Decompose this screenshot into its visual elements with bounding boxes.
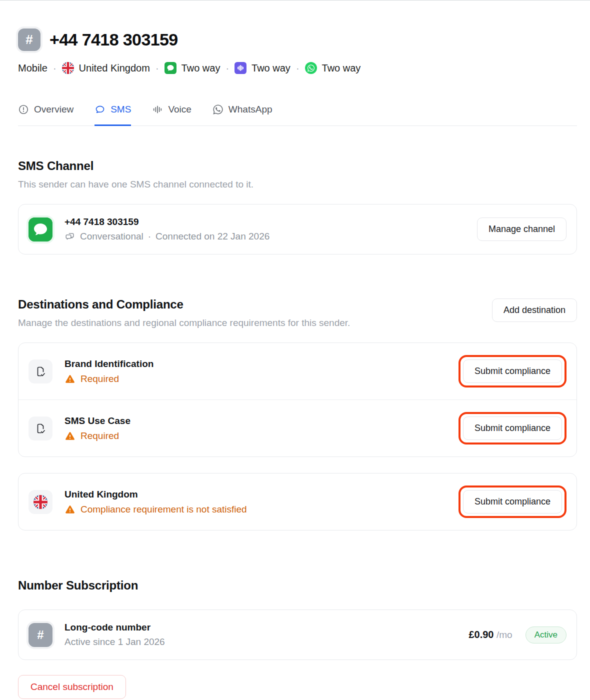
subscription-active-since: Active since 1 Jan 2026 (64, 636, 165, 648)
status-badge: Active (526, 626, 566, 644)
uk-flag-icon (34, 495, 48, 509)
meta-separator: · (226, 62, 229, 74)
sms-capability-label: Two way (182, 62, 220, 74)
sms-channel-row: +44 7418 303159 Conversational · Connect… (18, 204, 576, 254)
uk-flag-icon (62, 62, 74, 74)
compliance-row-title: Brand Identification (64, 358, 154, 370)
destinations-heading: Destinations and Compliance (18, 298, 350, 312)
destination-status-label: Compliance requirement is not satisfied (80, 504, 247, 515)
compliance-requirements-card: Brand Identification Required Submit com… (18, 342, 577, 457)
tab-whatsapp[interactable]: WhatsApp (212, 104, 272, 126)
subscription-title: Long-code number (64, 622, 165, 633)
compliance-status-label: Required (80, 430, 119, 442)
channel-tabs: Overview SMS Voice WhatsApp (18, 104, 577, 126)
tab-overview[interactable]: Overview (18, 104, 74, 126)
destination-row-united-kingdom: United Kingdom Compliance requirement is… (18, 474, 576, 530)
compliance-status-label: Required (80, 374, 119, 384)
voice-capability-meta: Two way (234, 62, 290, 74)
country-meta: United Kingdom (62, 62, 150, 74)
add-destination-button[interactable]: Add destination (492, 298, 577, 322)
tab-whatsapp-label: WhatsApp (228, 104, 272, 115)
submit-compliance-button-brand[interactable]: Submit compliance (463, 360, 562, 383)
compliance-row-brand-identification: Brand Identification Required Submit com… (18, 343, 576, 400)
tab-voice[interactable]: Voice (152, 104, 191, 126)
compliance-row-sms-use-case: SMS Use Case Required Submit compliance (18, 400, 576, 456)
whatsapp-outline-icon (212, 104, 224, 115)
price-amount: £0.90 (468, 629, 494, 640)
price-period: /mo (496, 630, 512, 640)
channel-separator: · (148, 231, 151, 242)
warning-icon (64, 430, 76, 442)
meta-separator: · (53, 62, 56, 74)
voice-capability-label: Two way (252, 62, 290, 74)
number-subscription-section: Number Subscription # Long-code number A… (18, 578, 577, 699)
whatsapp-icon (305, 62, 317, 74)
destination-title: United Kingdom (64, 489, 247, 500)
sms-channel-app-icon (28, 218, 52, 242)
cancel-subscription-button[interactable]: Cancel subscription (18, 675, 126, 699)
voice-app-icon (234, 62, 246, 74)
sms-app-icon (164, 62, 176, 74)
waveform-icon (152, 104, 163, 115)
submit-compliance-button-use-case[interactable]: Submit compliance (463, 416, 562, 440)
warning-icon (64, 374, 76, 384)
tab-sms-label: SMS (110, 104, 131, 115)
destination-status: Compliance requirement is not satisfied (64, 504, 247, 515)
hash-number-icon: # (18, 28, 40, 51)
submit-compliance-button-uk[interactable]: Submit compliance (463, 490, 562, 514)
highlight-annotation-ring: Submit compliance (458, 486, 566, 518)
subscription-price: £0.90 /mo (468, 629, 512, 640)
alert-circle-icon (18, 104, 29, 115)
sms-channel-heading: SMS Channel (18, 159, 577, 173)
tab-sms[interactable]: SMS (94, 104, 131, 126)
channel-number: +44 7418 303159 (64, 216, 270, 228)
whatsapp-capability-label: Two way (322, 62, 361, 74)
page-header: # +44 7418 303159 (18, 28, 577, 51)
sms-channel-section: SMS Channel This sender can have one SMS… (18, 159, 577, 254)
tab-overview-label: Overview (34, 104, 74, 115)
page-title: +44 7418 303159 (50, 30, 178, 50)
tab-voice-label: Voice (168, 104, 191, 115)
country-label: United Kingdom (79, 62, 150, 74)
highlight-annotation-ring: Submit compliance (458, 355, 566, 388)
file-check-icon (28, 416, 52, 440)
number-type-label: Mobile (18, 62, 48, 74)
number-meta-row: Mobile · United Kingdom · Two way (18, 62, 577, 74)
channel-mode: Conversational (80, 231, 144, 242)
subscription-subtitle: Active since 1 Jan 2026 (64, 636, 165, 648)
channel-connected-date: Connected on 22 Jan 2026 (156, 231, 270, 242)
subscription-card: # Long-code number Active since 1 Jan 20… (18, 610, 577, 660)
sms-capability-meta: Two way (164, 62, 220, 74)
hash-number-icon: # (28, 623, 52, 647)
number-detail-page: # +44 7418 303159 Mobile · United Kingdo… (0, 28, 590, 700)
compliance-row-status: Required (64, 430, 130, 442)
subscription-row: # Long-code number Active since 1 Jan 20… (18, 610, 576, 660)
chat-bubble-icon (94, 104, 106, 115)
compliance-row-status: Required (64, 374, 154, 384)
uk-flag-tile (28, 490, 52, 514)
destinations-header: Destinations and Compliance Manage the d… (18, 298, 577, 328)
meta-separator: · (156, 62, 159, 74)
warning-icon (64, 504, 76, 515)
number-subscription-heading: Number Subscription (18, 578, 577, 592)
file-check-icon (28, 360, 52, 384)
sms-channel-card: +44 7418 303159 Conversational · Connect… (18, 204, 577, 254)
conversation-icon (64, 231, 76, 242)
compliance-row-title: SMS Use Case (64, 416, 130, 426)
meta-separator: · (296, 62, 300, 74)
highlight-annotation-ring: Submit compliance (458, 412, 566, 444)
destinations-description: Manage the destinations and regional com… (18, 318, 350, 328)
whatsapp-capability-meta: Two way (305, 62, 361, 74)
destination-card-united-kingdom: United Kingdom Compliance requirement is… (18, 473, 577, 530)
channel-subtitle: Conversational · Connected on 22 Jan 202… (64, 231, 270, 242)
manage-channel-button[interactable]: Manage channel (477, 218, 566, 241)
sms-channel-description: This sender can have one SMS channel con… (18, 179, 577, 190)
sms-app-icon (28, 218, 52, 242)
